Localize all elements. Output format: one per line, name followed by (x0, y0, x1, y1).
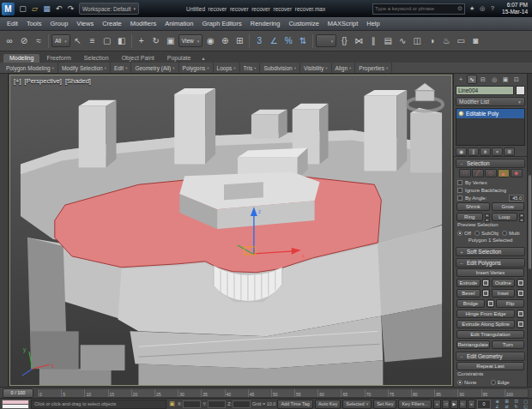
menu-maxscript[interactable]: MAXScript (323, 17, 362, 30)
menu-views[interactable]: Views (72, 17, 98, 30)
selection-filter-dropdown[interactable]: All ▾ (51, 34, 70, 47)
play-icon[interactable]: ▶ (450, 400, 458, 409)
panel-modify-selection[interactable]: Modify Selection (58, 63, 111, 73)
coordinate-input[interactable] (208, 400, 226, 408)
edit-geometry-rollout-header[interactable]: − Edit Geometry (456, 352, 525, 361)
selection-rollout-header[interactable]: − Selection (456, 159, 525, 168)
viewport-pov-menu[interactable]: [Perspective] (25, 77, 62, 85)
insert-vertex-button[interactable]: Insert Vertex (456, 268, 524, 277)
modifier-list-dropdown[interactable]: Modifier List ▼ (456, 97, 525, 106)
flip-button[interactable]: Flip (496, 299, 524, 308)
panel-polygon-modeling[interactable]: Polygon Modeling (3, 63, 58, 73)
current-frame-field[interactable] (477, 400, 491, 409)
keyboard-override-icon[interactable]: ⊞ (233, 33, 246, 49)
panel-subdivision[interactable]: Subdivision (260, 63, 300, 73)
selection-region-icon[interactable]: ▢ (100, 33, 114, 49)
menu-edit[interactable]: Edit (3, 17, 22, 30)
schematic-view-icon[interactable]: ◫ (410, 33, 424, 49)
orbit-icon[interactable]: ↻ (511, 404, 521, 409)
pan-icon[interactable]: ⇄ (502, 404, 511, 409)
outline-button[interactable]: Outline (492, 279, 516, 287)
maxscript-mini-listener[interactable] (2, 400, 29, 409)
curve-editor-icon[interactable]: ∿ (396, 33, 409, 49)
ribbon-minimize-icon[interactable]: ▴ (196, 55, 209, 63)
go-to-end-icon[interactable]: » (468, 400, 475, 409)
material-editor-icon[interactable]: ◑ (425, 33, 438, 49)
ignore-backfacing-checkbox[interactable] (457, 188, 462, 193)
tab-hierarchy[interactable]: ⊟ (478, 75, 488, 84)
bevel-button[interactable]: Bevel (456, 289, 481, 298)
time-slider-handle[interactable]: 0 / 100 (3, 388, 33, 398)
edit-triangulation-button[interactable]: Edit Triangulation (456, 330, 524, 339)
track-bar[interactable]: 0510152025303540455055606570758085909510… (37, 388, 529, 398)
reference-coordinate-dropdown[interactable]: View ▾ (178, 34, 203, 47)
shrink-button[interactable]: Shrink (456, 202, 490, 211)
stack-editable-poly[interactable]: Editable Poly (456, 109, 524, 118)
vertex-subobject-icon[interactable]: ∷ (459, 169, 471, 177)
by-vertex-checkbox[interactable] (457, 180, 462, 185)
remove-modifier-icon[interactable]: × (492, 147, 503, 156)
tab-utilities[interactable]: ⊡ (511, 75, 522, 84)
named-selection-sets-icon[interactable]: {} (337, 33, 351, 49)
edit-polygons-rollout-header[interactable]: − Edit Polygons (456, 258, 525, 268)
panel-tris[interactable]: Tris (240, 63, 261, 73)
listener-pane[interactable] (2, 404, 29, 409)
panel-align[interactable]: Align (332, 63, 356, 73)
unlink-selection-icon[interactable]: ⊘ (17, 33, 31, 49)
star-icon[interactable]: ★ (468, 5, 476, 12)
panel-visibility[interactable]: Visibility (300, 63, 332, 73)
select-and-rotate-icon[interactable]: ↻ (149, 33, 163, 49)
menu-rendering[interactable]: Rendering (246, 17, 285, 30)
menu-animation[interactable]: Animation (160, 17, 197, 30)
inset-button[interactable]: Inset (492, 289, 516, 298)
tab-motion[interactable]: ◎ (489, 75, 499, 84)
align-icon[interactable]: ∥ (366, 33, 380, 49)
command-panel-scrollbar[interactable] (527, 74, 532, 387)
by-angle-checkbox[interactable] (457, 195, 462, 201)
by-angle-value-field[interactable] (509, 195, 523, 201)
repeat-last-button[interactable]: Repeat Last (456, 362, 524, 370)
grow-button[interactable]: Grow (492, 202, 525, 211)
coordinate-input[interactable] (183, 400, 201, 408)
edge-subobject-icon[interactable]: ╱ (472, 169, 484, 177)
coordinate-input[interactable] (233, 400, 251, 408)
layer-manager-icon[interactable]: ▤ (381, 33, 395, 49)
bind-to-space-warp-icon[interactable]: ≈ (32, 33, 45, 49)
panel-polygons[interactable]: Polygons (179, 63, 214, 73)
select-object-icon[interactable]: ↖ (71, 33, 85, 49)
object-name-field[interactable] (456, 86, 514, 95)
panel-loops[interactable]: Loops (214, 63, 240, 73)
redo-icon[interactable]: ↷ (65, 3, 76, 15)
outline-settings-button[interactable] (517, 279, 524, 287)
tab-freeform[interactable]: Freeform (40, 54, 76, 63)
selection-lock-icon[interactable]: ▣ (168, 400, 176, 407)
rendered-frame-icon[interactable]: ▭ (454, 33, 468, 49)
new-scene-icon[interactable]: ▢ (17, 3, 28, 15)
selected-dropdown[interactable]: Selected ▾ (342, 400, 372, 409)
go-to-start-icon[interactable]: « (433, 400, 441, 409)
maximize-viewport-icon[interactable]: ◱ (521, 404, 530, 409)
select-and-scale-icon[interactable]: ▣ (164, 33, 178, 49)
select-and-manipulate-icon[interactable]: ⊕ (218, 33, 232, 49)
bridge-settings-button[interactable] (487, 299, 494, 308)
tab-create[interactable]: + (456, 75, 466, 84)
tab-display[interactable]: ▣ (500, 75, 511, 84)
select-by-name-icon[interactable]: ≡ (86, 33, 100, 49)
snaps-toggle-icon[interactable]: 3 (252, 33, 266, 49)
key-filters-button[interactable]: Key Filters... (398, 400, 432, 409)
window-crossing-icon[interactable]: ◧ (115, 33, 129, 49)
tab-modeling[interactable]: Modeling (3, 54, 39, 63)
field-of-view-icon[interactable]: ∠ (493, 404, 502, 409)
viewport-shading-menu[interactable]: [Shaded] (65, 77, 91, 85)
constraint-edge-radio[interactable]: Edge (491, 378, 521, 386)
extrude-settings-button[interactable] (482, 279, 490, 287)
show-end-result-icon[interactable]: ∥ (468, 147, 479, 156)
menu-group[interactable]: Group (45, 17, 72, 30)
loop-button[interactable]: Loop (492, 213, 518, 221)
select-and-link-icon[interactable]: ∞ (3, 33, 16, 49)
modifier-stack[interactable]: Editable Poly (456, 108, 525, 146)
help-icon[interactable]: ? (488, 5, 497, 12)
application-menu-button[interactable]: M (2, 3, 15, 15)
menu-modifiers[interactable]: Modifiers (126, 17, 160, 30)
scrollbar-thumb[interactable] (529, 175, 531, 269)
